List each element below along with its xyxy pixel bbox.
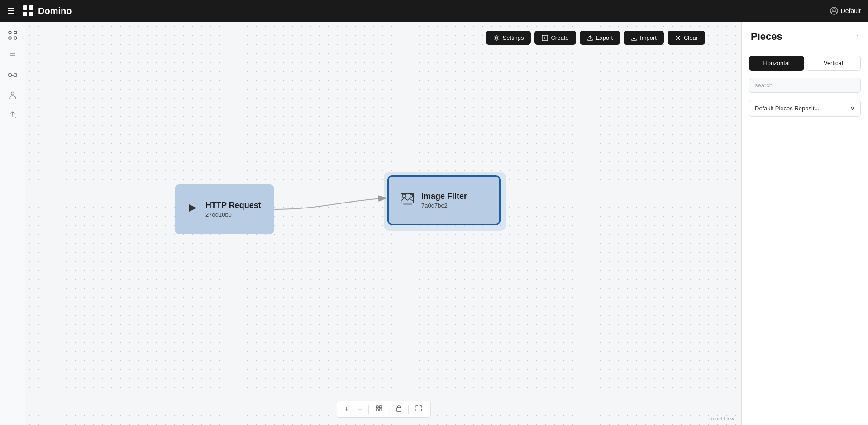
- http-request-node[interactable]: HTTP Request 27dd10b0: [175, 184, 274, 234]
- tab-horizontal[interactable]: Horizontal: [749, 56, 804, 71]
- sidebar-item-nodes[interactable]: [5, 27, 21, 43]
- tab-horizontal-label: Horizontal: [763, 60, 790, 66]
- svg-point-27: [410, 194, 413, 197]
- export-btn-icon: [587, 35, 593, 41]
- svg-point-16: [11, 92, 14, 95]
- controls-divider-2: [389, 405, 389, 414]
- canvas-controls: + −: [336, 401, 431, 418]
- svg-rect-0: [23, 5, 27, 10]
- left-sidebar: [0, 22, 25, 425]
- svg-rect-33: [396, 408, 401, 411]
- sidebar-item-flow[interactable]: [5, 67, 21, 83]
- panel-tabs: Horizontal Vertical: [749, 56, 861, 71]
- react-flow-attribution: React Flow: [709, 416, 734, 421]
- app-logo: Domino: [22, 5, 72, 17]
- svg-rect-28: [403, 203, 412, 205]
- export-icon: [8, 110, 17, 119]
- image-node-id: 7a0d7be2: [421, 202, 467, 209]
- fullscreen-button[interactable]: [412, 403, 425, 416]
- panel-title: Pieces: [751, 31, 782, 42]
- svg-rect-29: [376, 406, 378, 408]
- create-icon: [542, 35, 548, 41]
- import-icon: [631, 35, 637, 41]
- clear-button[interactable]: Clear: [668, 31, 705, 45]
- user-circle-icon: [830, 7, 838, 15]
- svg-rect-31: [376, 409, 378, 411]
- svg-point-17: [496, 37, 498, 39]
- http-node-content: HTTP Request 27dd10b0: [205, 201, 261, 218]
- clear-label: Clear: [684, 34, 698, 41]
- create-label: Create: [551, 34, 568, 41]
- hamburger-menu-button[interactable]: ☰: [7, 6, 14, 16]
- image-node-content: Image Filter 7a0d7be2: [421, 192, 467, 209]
- image-node-icon: [400, 191, 416, 210]
- user-icon: [8, 90, 17, 99]
- fit-view-button[interactable]: [372, 403, 385, 416]
- http-node-title: HTTP Request: [205, 201, 261, 210]
- svg-rect-32: [379, 409, 382, 411]
- dropdown-label: Default Pieces Reposit...: [755, 105, 819, 112]
- image-node-title: Image Filter: [421, 192, 467, 201]
- svg-point-6: [9, 31, 11, 34]
- svg-rect-26: [402, 194, 406, 197]
- svg-rect-2: [23, 12, 27, 16]
- settings-label: Settings: [502, 34, 524, 41]
- top-nav: ☰ Domino Default: [0, 0, 868, 22]
- create-button[interactable]: Create: [534, 31, 576, 45]
- import-label: Import: [640, 34, 657, 41]
- tab-vertical[interactable]: Vertical: [806, 56, 861, 71]
- image-filter-icon: [400, 191, 416, 207]
- export-button[interactable]: Export: [580, 31, 620, 45]
- controls-divider-3: [408, 405, 409, 414]
- svg-rect-1: [29, 5, 33, 10]
- pieces-repository-dropdown[interactable]: Default Pieces Reposit... ∨: [749, 100, 861, 117]
- right-panel: Pieces › Horizontal Vertical Default Pie…: [741, 22, 868, 425]
- sidebar-item-user[interactable]: [5, 87, 21, 103]
- http-node-id: 27dd10b0: [205, 211, 261, 218]
- svg-rect-14: [14, 74, 17, 76]
- svg-rect-30: [379, 406, 382, 408]
- export-label: Export: [596, 34, 613, 41]
- svg-rect-3: [29, 12, 33, 16]
- controls-divider-1: [368, 405, 369, 414]
- list-icon: [8, 51, 17, 60]
- canvas-area[interactable]: Settings Create Export: [25, 22, 741, 425]
- search-input[interactable]: [749, 78, 861, 93]
- svg-rect-13: [9, 74, 11, 76]
- image-filter-node[interactable]: Image Filter 7a0d7be2: [387, 175, 501, 225]
- svg-marker-24: [189, 204, 196, 212]
- panel-search: [749, 78, 861, 93]
- lock-icon: [396, 405, 402, 412]
- svg-point-8: [9, 37, 11, 39]
- lock-button[interactable]: [393, 403, 405, 416]
- import-button[interactable]: Import: [624, 31, 664, 45]
- zoom-out-button[interactable]: −: [355, 403, 365, 415]
- settings-icon: [493, 35, 500, 41]
- svg-point-7: [14, 31, 17, 34]
- panel-collapse-button[interactable]: ›: [857, 33, 859, 41]
- svg-point-9: [14, 37, 17, 39]
- clear-icon: [675, 35, 681, 41]
- main-layout: Settings Create Export: [0, 22, 868, 425]
- user-label: Default: [841, 7, 861, 14]
- canvas-background: [25, 22, 741, 425]
- app-logo-text: Domino: [38, 6, 72, 16]
- flow-icon: [8, 71, 17, 80]
- fullscreen-icon: [415, 405, 422, 412]
- settings-button[interactable]: Settings: [486, 31, 531, 45]
- canvas-toolbar: Settings Create Export: [486, 31, 705, 45]
- nodes-icon: [8, 31, 17, 40]
- panel-header: Pieces ›: [742, 22, 868, 48]
- zoom-in-button[interactable]: +: [342, 403, 351, 415]
- arrow-right-icon: [186, 201, 200, 215]
- http-node-icon: [186, 201, 200, 218]
- sidebar-item-list[interactable]: [5, 47, 21, 63]
- tab-vertical-label: Vertical: [824, 60, 843, 66]
- fit-view-icon: [375, 405, 382, 412]
- logo-icon: [22, 5, 34, 17]
- svg-point-5: [833, 9, 835, 11]
- chevron-down-icon: ∨: [850, 105, 855, 112]
- sidebar-item-export[interactable]: [5, 107, 21, 123]
- user-menu[interactable]: Default: [830, 7, 861, 15]
